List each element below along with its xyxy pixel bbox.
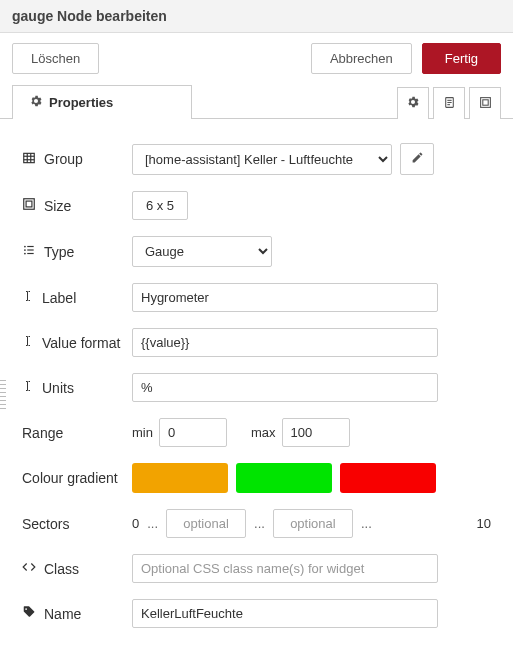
cancel-button[interactable]: Abbrechen	[311, 43, 412, 74]
range-min-input[interactable]	[159, 418, 227, 447]
row-class: Class	[22, 554, 491, 583]
size-icon	[22, 197, 36, 214]
group-label-text: Group	[44, 151, 83, 167]
colour-swatch-1[interactable]	[132, 463, 228, 493]
class-input[interactable]	[132, 554, 438, 583]
label-value-format: Value format	[22, 334, 132, 351]
label-label-text: Label	[42, 290, 76, 306]
code-icon	[22, 560, 36, 577]
docs-tab-button[interactable]	[433, 87, 465, 119]
value-format-label-text: Value format	[42, 335, 120, 351]
row-label: Label	[22, 283, 491, 312]
row-sectors: Sectors 0 ... ... ... 10	[22, 509, 491, 538]
edit-group-button[interactable]	[400, 143, 434, 175]
sectors-opt1-input[interactable]	[166, 509, 246, 538]
text-cursor-icon	[22, 334, 34, 351]
value-format-input[interactable]	[132, 328, 438, 357]
dots-3: ...	[361, 516, 372, 531]
units-input[interactable]	[132, 373, 438, 402]
svg-rect-6	[24, 153, 35, 162]
list-icon	[22, 243, 36, 260]
row-value-format: Value format	[22, 328, 491, 357]
dots-1: ...	[147, 516, 158, 531]
label-units: Units	[22, 379, 132, 396]
range-max-input[interactable]	[282, 418, 350, 447]
type-select[interactable]: Gauge	[132, 236, 272, 267]
row-size: Size	[22, 191, 491, 220]
resize-handle[interactable]	[0, 380, 6, 410]
gear-icon	[29, 94, 43, 111]
label-class: Class	[22, 560, 132, 577]
colour-gradient-label-text: Colour gradient	[22, 470, 118, 486]
tab-properties-label: Properties	[49, 95, 113, 110]
svg-rect-14	[27, 246, 33, 247]
dots-2: ...	[254, 516, 265, 531]
label-name: Name	[22, 605, 132, 622]
settings-tab-button[interactable]	[397, 87, 429, 119]
form-body: Group [home-assistant] Keller - Luftfeuc…	[0, 119, 513, 654]
done-button[interactable]: Fertig	[422, 43, 501, 74]
row-name: Name	[22, 599, 491, 628]
tabs-row: Properties	[0, 84, 513, 119]
svg-rect-12	[26, 201, 32, 207]
label-group: Group	[22, 151, 132, 168]
size-label-text: Size	[44, 198, 71, 214]
tab-properties[interactable]: Properties	[12, 85, 192, 119]
row-range: Range min max	[22, 418, 491, 447]
layout-tab-button[interactable]	[469, 87, 501, 119]
svg-rect-16	[27, 249, 33, 250]
svg-point-13	[24, 246, 26, 248]
document-icon	[443, 96, 456, 112]
gear-icon	[406, 95, 420, 112]
delete-button[interactable]: Löschen	[12, 43, 99, 74]
row-type: Type Gauge	[22, 236, 491, 267]
tag-icon	[22, 605, 36, 622]
label-input[interactable]	[132, 283, 438, 312]
text-cursor-icon	[22, 289, 34, 306]
label-sectors: Sectors	[22, 516, 132, 532]
label-type: Type	[22, 243, 132, 260]
name-input[interactable]	[132, 599, 438, 628]
group-select[interactable]: [home-assistant] Keller - Luftfeuchte	[132, 144, 392, 175]
range-max-label: max	[251, 425, 276, 440]
grid-icon	[22, 151, 36, 168]
text-cursor-icon	[22, 379, 34, 396]
label-colour-gradient: Colour gradient	[22, 470, 132, 486]
colour-swatch-2[interactable]	[236, 463, 332, 493]
sectors-opt2-input[interactable]	[273, 509, 353, 538]
svg-point-15	[24, 249, 26, 251]
svg-rect-18	[27, 253, 33, 254]
row-units: Units	[22, 373, 491, 402]
range-label-text: Range	[22, 425, 63, 441]
label-range: Range	[22, 425, 132, 441]
dialog-title: gauge Node bearbeiten	[0, 0, 513, 33]
layout-icon	[479, 96, 492, 112]
sectors-end-value: 10	[477, 516, 491, 531]
svg-rect-4	[480, 97, 490, 107]
sectors-label-text: Sectors	[22, 516, 69, 532]
colour-swatch-3[interactable]	[340, 463, 436, 493]
pencil-icon	[411, 151, 424, 167]
label-size: Size	[22, 197, 132, 214]
svg-point-17	[24, 253, 26, 255]
label-label: Label	[22, 289, 132, 306]
type-label-text: Type	[44, 244, 74, 260]
sectors-start-value: 0	[132, 516, 139, 531]
svg-rect-5	[482, 99, 487, 104]
units-label-text: Units	[42, 380, 74, 396]
class-label-text: Class	[44, 561, 79, 577]
row-group: Group [home-assistant] Keller - Luftfeuc…	[22, 143, 491, 175]
name-label-text: Name	[44, 606, 81, 622]
svg-rect-11	[24, 199, 35, 210]
size-input[interactable]	[132, 191, 188, 220]
button-bar: Löschen Abbrechen Fertig	[0, 33, 513, 84]
row-colour-gradient: Colour gradient	[22, 463, 491, 493]
range-min-label: min	[132, 425, 153, 440]
